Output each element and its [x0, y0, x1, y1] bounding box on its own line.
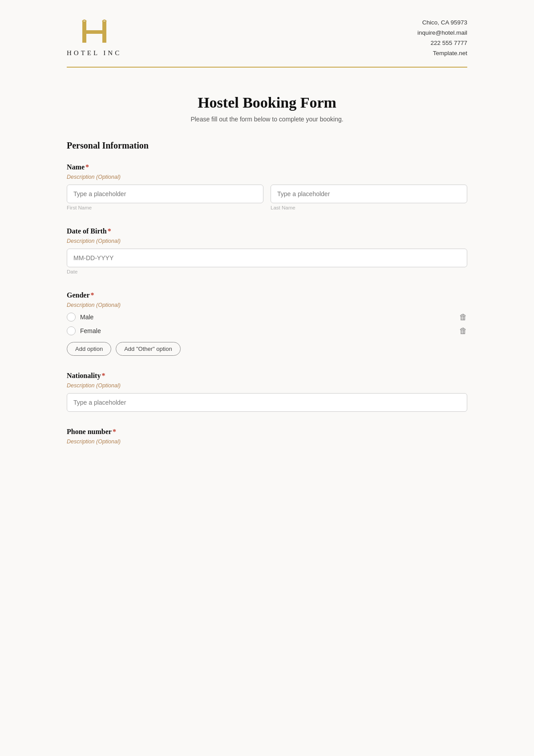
contact-info: Chico, CA 95973 inquire@hotel.mail 222 5… — [417, 18, 467, 59]
personal-info-section: Personal Information Name* Description (… — [67, 141, 467, 445]
last-name-input[interactable] — [271, 185, 467, 203]
gender-option-male: Male 🗑 — [67, 313, 467, 322]
first-name-input[interactable] — [67, 185, 263, 203]
name-sublabels: First Name Last Name — [67, 203, 467, 211]
radio-male-label: Male — [80, 314, 93, 321]
gender-label: Gender* — [67, 291, 467, 299]
name-field-group: Name* Description (Optional) First Name … — [67, 163, 467, 211]
hotel-logo-icon — [79, 18, 110, 47]
name-required-star: * — [85, 163, 89, 171]
address-line2: inquire@hotel.mail — [417, 28, 467, 38]
delete-male-icon[interactable]: 🗑 — [459, 313, 467, 322]
address-line1: Chico, CA 95973 — [417, 18, 467, 28]
name-description: Description (Optional) — [67, 174, 467, 180]
dob-input[interactable] — [67, 249, 467, 267]
nationality-description: Description (Optional) — [67, 382, 467, 389]
dob-label: Date of Birth* — [67, 227, 467, 235]
address-line4: Template.net — [417, 48, 467, 59]
nationality-label: Nationality* — [67, 372, 467, 380]
section-heading-personal: Personal Information — [67, 141, 467, 151]
add-option-row: Add option Add "Other" option — [67, 342, 467, 356]
nationality-required-star: * — [101, 372, 105, 379]
phone-description: Description (Optional) — [67, 438, 467, 445]
gender-description: Description (Optional) — [67, 302, 467, 308]
last-name-sublabel: Last Name — [271, 205, 295, 210]
add-other-option-button[interactable]: Add "Other" option — [116, 342, 181, 356]
dob-required-star: * — [108, 227, 111, 235]
page-header: HOTEL INC Chico, CA 95973 inquire@hotel.… — [67, 18, 467, 68]
phone-label: Phone number* — [67, 428, 467, 436]
phone-required-star: * — [113, 428, 116, 435]
form-subtitle: Please fill out the form below to comple… — [67, 116, 467, 123]
dob-sublabel: Date — [67, 269, 77, 274]
dob-field-group: Date of Birth* Description (Optional) Da… — [67, 227, 467, 275]
nationality-input[interactable] — [67, 393, 467, 412]
phone-field-group: Phone number* Description (Optional) — [67, 428, 467, 445]
gender-field-group: Gender* Description (Optional) Male 🗑 Fe… — [67, 291, 467, 356]
form-title-section: Hostel Booking Form Please fill out the … — [67, 94, 467, 123]
delete-female-icon[interactable]: 🗑 — [459, 326, 467, 336]
company-name: HOTEL INC — [67, 49, 121, 57]
form-title: Hostel Booking Form — [67, 94, 467, 111]
gender-option-female: Female 🗑 — [67, 326, 467, 336]
radio-female[interactable] — [67, 326, 76, 335]
svg-rect-2 — [82, 30, 106, 34]
name-label: Name* — [67, 163, 467, 171]
radio-male[interactable] — [67, 313, 76, 322]
name-input-row — [67, 185, 467, 203]
gender-required-star: * — [91, 291, 94, 299]
logo-area: HOTEL INC — [67, 18, 121, 57]
address-line3: 222 555 7777 — [417, 38, 467, 48]
add-option-button[interactable]: Add option — [67, 342, 111, 356]
first-name-sublabel: First Name — [67, 205, 92, 210]
dob-description: Description (Optional) — [67, 238, 467, 244]
radio-female-label: Female — [80, 327, 101, 334]
nationality-field-group: Nationality* Description (Optional) — [67, 372, 467, 412]
